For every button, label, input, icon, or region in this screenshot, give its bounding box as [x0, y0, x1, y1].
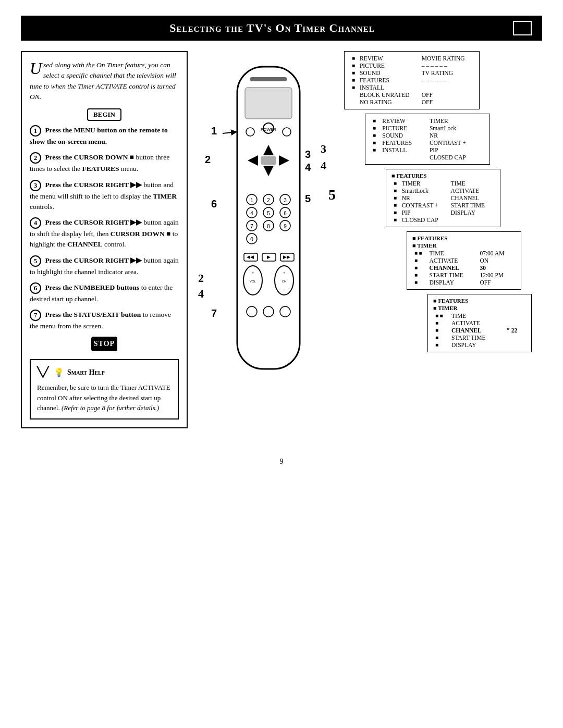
- panel5-val-time: [505, 312, 526, 319]
- panel4-row-time: ■ ■ TIME 07:00 AM: [412, 250, 516, 257]
- panel3-val-pip: DISPLAY: [449, 209, 495, 216]
- remote-container: POWER 1 2 3: [195, 61, 341, 402]
- instruction-panel: Used along with the On Timer feature, yo…: [21, 51, 188, 428]
- panel1-val-sound: TV RATING: [420, 69, 474, 77]
- panel4-label-activate: ACTIVATE: [427, 257, 478, 264]
- panel2-label-install: INSTALL: [380, 146, 427, 154]
- panel2-row-review: ■ REVIEW TIMER: [371, 117, 484, 125]
- panel5-subheader: ■ TIMER: [433, 305, 526, 311]
- svg-text:5: 5: [305, 193, 311, 204]
- title-bar: Selecting the TV's On Timer Channel: [21, 16, 542, 41]
- step-5-num: 5: [30, 255, 41, 267]
- panel1-label-sound: SOUND: [358, 69, 420, 77]
- panel5-val-channel: ″ 22: [505, 327, 526, 334]
- svg-text:▶: ▶: [267, 254, 271, 260]
- panel3-row-timer: ■ TIMER TIME: [391, 180, 495, 187]
- panel5-label-starttime: START TIME: [449, 334, 505, 341]
- page: Selecting the TV's On Timer Channel Used…: [0, 0, 563, 728]
- step-1-num: 1: [30, 125, 41, 137]
- step-7: 7 Press the STATUS/EXIT button to remove…: [30, 310, 179, 331]
- panel3-row-pip: ■ PIP DISPLAY: [391, 209, 495, 216]
- title-box-decoration: [513, 21, 532, 35]
- panel5-row-time: ■ ■ TIME: [433, 312, 526, 319]
- main-content: Used along with the On Timer feature, yo…: [21, 51, 542, 442]
- svg-line-50: [223, 132, 237, 133]
- panel2-val-closedcap: CLOSED CAP: [427, 154, 484, 161]
- panel2-row-features: ■ FEATURES CONTRAST +: [371, 139, 484, 146]
- smart-help-text: Remember, be sure to turn the Timer ACTI…: [37, 382, 172, 413]
- step-5: 5 Press the CURSOR RIGHT ▶▶ button again…: [30, 255, 179, 277]
- panel4-val-starttime: 12:00 PM: [478, 272, 516, 279]
- panel4-label-starttime: START TIME: [427, 272, 478, 279]
- panel2-label-features: FEATURES: [380, 139, 427, 146]
- panel4-label-display: DISPLAY: [427, 279, 478, 286]
- svg-rect-11: [261, 156, 276, 165]
- svg-text:2: 2: [267, 198, 270, 203]
- svg-text:–: –: [283, 288, 285, 291]
- panel1-row-sound: ■ SOUND TV RATING: [350, 69, 474, 77]
- svg-text:4: 4: [250, 211, 253, 216]
- panel2-val-install: PIP: [427, 146, 484, 154]
- panel2-label-sound: SOUND: [380, 132, 427, 139]
- panel1-row-blockun: BLOCK UNRATED OFF: [350, 91, 474, 98]
- smart-help-refer: (Refer to page 8 for further details.): [62, 404, 159, 412]
- page-title: Selecting the TV's On Timer Channel: [31, 21, 513, 35]
- panel5-row-display: ■ DISPLAY: [433, 341, 526, 349]
- panel3-label-contrast: CONTRAST +: [400, 202, 449, 209]
- panel1-row-review: ■ REVIEW MOVIE RATING: [350, 55, 474, 62]
- panel3-label-timer: TIMER: [400, 180, 449, 187]
- panel1-row-features: ■ FEATURES – – – – – –: [350, 77, 474, 84]
- svg-text:+: +: [252, 271, 254, 275]
- step-1-text: Press the MENU button on the remote to s…: [30, 126, 168, 145]
- svg-text:6: 6: [211, 198, 217, 209]
- panel2-label-picture: PICTURE: [380, 125, 427, 132]
- panel3-val-nr: CHANNEL: [449, 194, 495, 202]
- panel5-label-display: DISPLAY: [449, 341, 505, 349]
- panel5-val-display: [505, 341, 526, 349]
- page-number: 9: [21, 458, 542, 466]
- svg-text:9: 9: [284, 224, 287, 229]
- panel5-row-channel: ■ CHANNEL ″ 22: [433, 327, 526, 334]
- menu-panel-4: ■ FEATURES ■ TIMER ■ ■ TIME 07:00 AM ■ A…: [407, 231, 521, 290]
- svg-text:8: 8: [267, 224, 270, 229]
- step-4: 4 Press the CURSOR RIGHT ▶▶ button again…: [30, 217, 179, 250]
- panel3-val-timer: TIME: [449, 180, 495, 187]
- step-4-num: 4: [30, 217, 41, 229]
- panel3-row-smartlock: ■ SmartLock ACTIVATE: [391, 187, 495, 194]
- svg-text:VOL: VOL: [250, 280, 256, 283]
- panel1-label-picture: PICTURE: [358, 62, 420, 69]
- menu-panel-2: ■ REVIEW TIMER ■ PICTURE SmartLock ■ SOU…: [365, 114, 490, 165]
- panel4-val-time: 07:00 AM: [478, 250, 516, 257]
- svg-text:6: 6: [284, 211, 287, 216]
- begin-label: BEGIN: [87, 108, 121, 121]
- svg-text:4: 4: [305, 162, 311, 173]
- menu-panels-container: ■ REVIEW MOVIE RATING ■ PICTURE – – – – …: [344, 51, 542, 356]
- panel1-val-picture: – – – – – –: [420, 62, 474, 69]
- svg-text:CH: CH: [282, 280, 287, 283]
- stop-label: STOP: [91, 337, 117, 351]
- menu-panel-3: ■ FEATURES ■ TIMER TIME ■ SmartLock ACTI…: [386, 169, 500, 227]
- step-3-num: 3: [30, 180, 41, 191]
- remote-svg: POWER 1 2 3: [195, 61, 341, 400]
- panel5-label-channel: CHANNEL: [449, 327, 505, 334]
- panel4-val-display: OFF: [478, 279, 516, 286]
- panel3-val-closedcap: [449, 216, 495, 224]
- panel2-val-sound: NR: [427, 132, 484, 139]
- panel1-label-install: INSTALL: [358, 84, 420, 91]
- panel1-row-norating: NO RATING OFF: [350, 98, 474, 106]
- panel3-row-closedcap: ■ CLOSED CAP: [391, 216, 495, 224]
- panel2-row-sound: ■ SOUND NR: [371, 132, 484, 139]
- svg-text:1: 1: [211, 125, 217, 137]
- panel5-header: ■ FEATURES: [433, 298, 526, 304]
- svg-text:1: 1: [250, 198, 253, 203]
- step-2: 2 Press the CURSOR DOWN ■ button three t…: [30, 152, 179, 174]
- panel5-val-activate: [505, 319, 526, 327]
- svg-text:2: 2: [205, 154, 211, 165]
- panel1-val-norating: OFF: [420, 98, 474, 106]
- panel3-val-contrast: START TIME: [449, 202, 495, 209]
- panel1-label-blockun: BLOCK UNRATED: [358, 91, 420, 98]
- bulb-icon: 💡: [54, 366, 64, 379]
- panel4-row-channel: ■ CHANNEL 30: [412, 264, 516, 272]
- panel2-label-closedcap: [380, 154, 427, 161]
- step-arrow-2-4: 2 4: [198, 270, 204, 301]
